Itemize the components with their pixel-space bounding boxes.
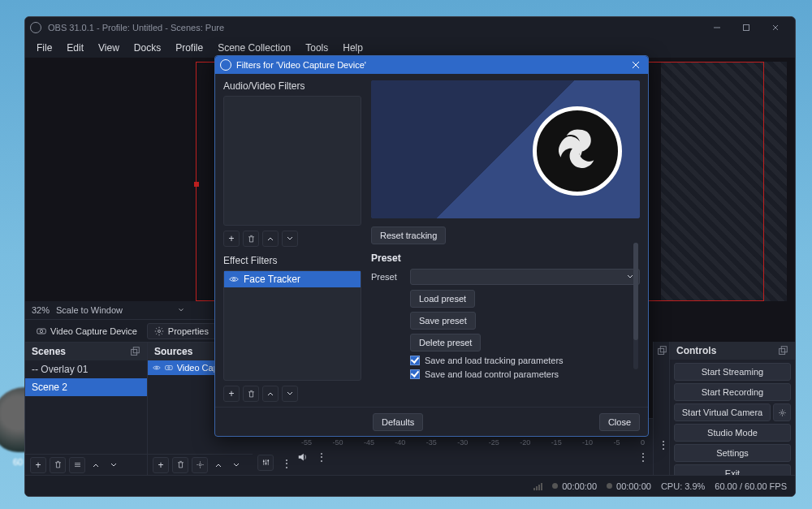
svg-point-11 — [156, 367, 158, 369]
effect-filter-row[interactable]: Face Tracker — [224, 271, 361, 287]
scenes-header[interactable]: Scenes — [25, 343, 147, 360]
studio-mode-button[interactable]: Studio Mode — [674, 424, 791, 442]
svg-rect-1 — [37, 329, 46, 334]
chevron-down-icon — [232, 461, 240, 469]
effect-filters-toolbar: + — [223, 386, 361, 402]
menu-scene-collection[interactable]: Scene Collection — [211, 41, 297, 55]
start-recording-button[interactable]: Start Recording — [674, 383, 791, 401]
preset-dropdown[interactable] — [410, 269, 640, 285]
controls-header[interactable]: Controls — [670, 342, 795, 360]
scene-row[interactable]: Scene 2 — [25, 378, 147, 396]
minimize-button[interactable] — [702, 17, 732, 38]
chevron-down-icon — [110, 461, 118, 469]
scenes-toolbar: + — [25, 454, 147, 475]
menu-edit[interactable]: Edit — [60, 41, 90, 55]
dialog-close-footer-button[interactable]: Close — [599, 413, 640, 431]
effect-filter-up-button[interactable] — [262, 386, 279, 402]
menu-help[interactable]: Help — [336, 41, 369, 55]
save-control-checkbox-row[interactable]: Save and load control parameters — [410, 369, 640, 379]
eye-icon[interactable] — [229, 274, 239, 284]
chevron-down-icon[interactable] — [178, 307, 184, 313]
remove-scene-button[interactable] — [50, 457, 66, 473]
speaker-icon[interactable] — [297, 451, 309, 463]
source-properties-button[interactable] — [192, 457, 208, 473]
scene-down-button[interactable] — [106, 457, 121, 473]
zoom-percent: 32% — [32, 305, 50, 315]
mixer-menu-button[interactable]: ⋮ — [638, 451, 648, 463]
effect-filter-down-button[interactable] — [282, 386, 298, 402]
popout-icon[interactable] — [129, 346, 140, 357]
obs-icon — [30, 22, 41, 33]
selected-source-name: Video Capture Device — [50, 326, 137, 336]
scrollbar-thumb[interactable] — [633, 243, 638, 340]
scale-mode-dropdown[interactable]: Scale to Window — [56, 305, 123, 315]
transition-menu-button[interactable]: ⋮ — [659, 439, 668, 451]
svg-point-22 — [781, 412, 784, 414]
virtual-camera-settings-button[interactable] — [773, 403, 791, 421]
add-effect-filter-button[interactable]: + — [223, 386, 240, 402]
add-source-button[interactable]: + — [153, 457, 169, 473]
add-scene-button[interactable]: + — [30, 457, 46, 473]
svg-point-17 — [267, 459, 269, 461]
reset-tracking-button[interactable]: Reset tracking — [371, 226, 446, 244]
scene-filters-button[interactable] — [69, 457, 85, 473]
svg-rect-8 — [133, 347, 139, 353]
obs-icon — [220, 59, 231, 71]
obs-logo — [533, 106, 622, 196]
menu-tools[interactable]: Tools — [299, 41, 335, 55]
selected-source-chip[interactable]: Video Capture Device — [30, 324, 144, 339]
start-streaming-button[interactable]: Start Streaming — [674, 363, 791, 381]
av-filter-up-button[interactable] — [262, 231, 279, 247]
popout-icon[interactable] — [777, 345, 788, 356]
menu-profile[interactable]: Profile — [169, 41, 209, 55]
dialog-title: Filters for 'Video Capture Device' — [236, 60, 366, 70]
mixer-more-button[interactable]: ⋮ — [279, 455, 294, 472]
svg-point-23 — [233, 278, 235, 281]
remove-av-filter-button[interactable] — [243, 231, 259, 247]
av-filter-down-button[interactable] — [282, 231, 298, 247]
maximize-button[interactable] — [732, 17, 761, 38]
load-preset-button[interactable]: Load preset — [410, 290, 475, 308]
start-virtual-camera-button[interactable]: Start Virtual Camera — [674, 403, 771, 421]
fps-counter: 60.00 / 60.00 FPS — [715, 481, 787, 491]
menu-docks[interactable]: Docks — [127, 41, 167, 55]
dialog-close-button[interactable] — [628, 58, 643, 72]
add-av-filter-button[interactable]: + — [223, 231, 240, 247]
menu-file[interactable]: File — [30, 41, 58, 55]
remove-source-button[interactable] — [172, 457, 188, 473]
titlebar[interactable]: OBS 31.0.1 - Profile: Untitled - Scenes:… — [25, 17, 795, 38]
delete-preset-button[interactable]: Delete preset — [410, 334, 481, 352]
effect-filters-list[interactable]: Face Tracker — [223, 270, 361, 381]
properties-button[interactable]: Properties — [147, 323, 216, 339]
eye-icon[interactable] — [153, 363, 161, 373]
popout-icon[interactable] — [656, 345, 667, 356]
scene-row[interactable]: -- Overlay 01 — [25, 360, 147, 378]
scenes-panel: Scenes -- Overlay 01 Scene 2 + — [25, 342, 147, 475]
defaults-button[interactable]: Defaults — [373, 413, 423, 431]
transition-panel-collapsed: ⋮ — [653, 342, 669, 475]
mixer-settings-button[interactable] — [257, 455, 274, 471]
scene-up-button[interactable] — [89, 457, 103, 473]
close-icon — [632, 61, 640, 69]
properties-scrollbar[interactable] — [633, 243, 638, 369]
sliders-icon — [261, 458, 270, 467]
checkbox-checked-icon[interactable] — [410, 356, 420, 365]
checkbox-checked-icon[interactable] — [410, 369, 420, 379]
dialog-titlebar[interactable]: Filters for 'Video Capture Device' — [215, 56, 648, 74]
source-up-button[interactable] — [211, 457, 226, 473]
scenes-list[interactable]: -- Overlay 01 Scene 2 — [25, 360, 147, 454]
av-filters-toolbar: + — [223, 231, 361, 247]
menu-view[interactable]: View — [92, 41, 126, 55]
chevron-up-icon — [214, 461, 222, 469]
save-tracking-checkbox-row[interactable]: Save and load tracking parameters — [410, 356, 640, 365]
source-down-button[interactable] — [229, 457, 244, 473]
av-filters-list[interactable] — [223, 96, 361, 226]
svg-rect-12 — [165, 366, 172, 370]
remove-effect-filter-button[interactable] — [243, 386, 259, 402]
resize-handle-left[interactable] — [194, 182, 199, 187]
save-preset-button[interactable]: Save preset — [410, 312, 476, 330]
settings-button[interactable]: Settings — [674, 444, 791, 462]
close-button[interactable] — [761, 17, 790, 38]
preset-label: Preset — [371, 272, 404, 282]
recording-time: 00:00:00 — [552, 481, 597, 491]
